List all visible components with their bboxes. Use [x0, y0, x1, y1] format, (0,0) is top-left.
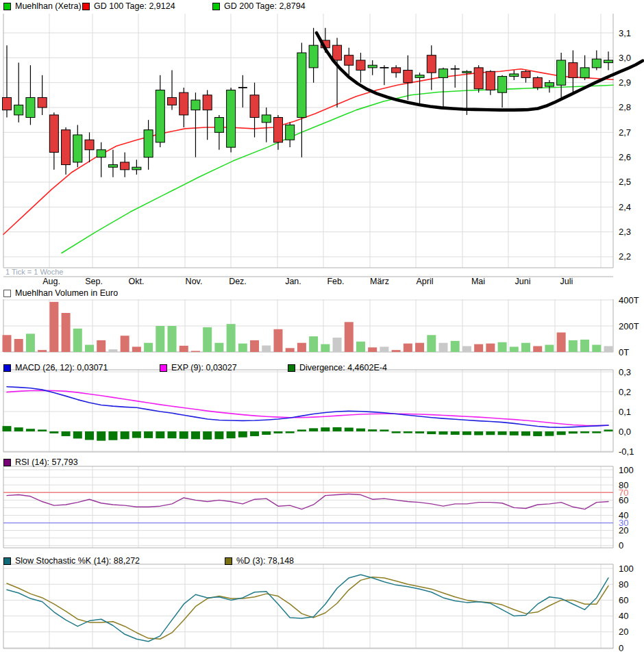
tick-label: 0,3: [619, 367, 631, 377]
tick-label: 400T: [619, 295, 639, 305]
tick-label: Juni: [515, 277, 531, 286]
stoch-lines: [7, 575, 608, 641]
tick-label: -0,1: [619, 446, 634, 457]
stoch-k-swatch-icon: [3, 557, 11, 565]
candles-group: [3, 28, 613, 177]
legend-divergence-label: Divergence: 4,4602E-4: [299, 363, 387, 373]
tick-label: Mai: [471, 277, 485, 286]
tick-label: Dez.: [229, 277, 247, 286]
stoch-axis-labels: 100806040200: [619, 564, 634, 653]
tick-label: 2,7: [619, 127, 631, 138]
tick-label: Okt.: [129, 277, 145, 286]
tick-label: 2,4: [619, 202, 631, 212]
legend-macd: MACD (26, 12): 0,03071: [3, 363, 108, 373]
tick-label: Jan.: [285, 277, 301, 286]
legend-volume-label: Muehlhan Volumen in Euro: [15, 288, 118, 298]
tick-label: Nov.: [186, 277, 203, 286]
volume-swatch-icon: [3, 290, 11, 297]
tick-label: 0,1: [619, 407, 631, 417]
tick-label: 0,0: [619, 427, 631, 437]
tick-label: 3,0: [619, 53, 631, 63]
tick-label: 0: [619, 540, 623, 551]
legend-gd200-label: GD 200 Tage: 2,8794: [224, 1, 306, 11]
legend-gd100: GD 100 Tage: 2,9124: [82, 1, 175, 11]
tick-label: 3,1: [619, 28, 631, 38]
tick-label: 20: [619, 525, 628, 535]
macd-axis-labels: 0,30,20,10,0-0,1: [619, 367, 634, 457]
exp-swatch-icon: [160, 364, 167, 372]
tick-label: 1 Tick = 1 Woche: [5, 268, 63, 276]
rsi-swatch-icon: [3, 459, 11, 466]
legend-divergence: Divergence: 4,4602E-4: [288, 363, 387, 373]
stock-chart-page: { "colors": { "candle_up": "#3ecf3e", "c…: [0, 0, 644, 656]
macd-swatch-icon: [3, 364, 11, 372]
price-ma-lines: [3, 69, 613, 253]
stoch-grid: [3, 564, 613, 648]
rsi-axis-labels: 1008070604030200: [619, 465, 634, 551]
legend-gd200: GD 200 Tage: 2,8794: [212, 1, 306, 11]
tick-label: Aug.: [42, 277, 60, 286]
tick-label: 200T: [619, 321, 639, 331]
volume-axis-labels: 400T200T0T: [619, 295, 639, 357]
tick-label: März: [370, 277, 389, 286]
legend-stoch-k-label: Slow Stochastic %K (14): 88,272: [15, 556, 140, 566]
tick-label: 40: [619, 611, 628, 621]
legend-exp-label: EXP (9): 0,03027: [171, 363, 237, 373]
legend-main-series: Muehlhan (Xetra): [3, 1, 82, 11]
tick-label: Juli: [560, 277, 573, 286]
tick-label: 100: [619, 564, 634, 574]
macd-histogram: [3, 426, 613, 440]
tick-label: 2,6: [619, 152, 631, 162]
volume-bars: [3, 302, 613, 352]
legend-exp: EXP (9): 0,03027: [160, 363, 237, 373]
tick-label: 2,3: [619, 227, 631, 237]
gd200-swatch-icon: [212, 3, 220, 10]
legend-stoch-d-label: %D (3): 78,148: [236, 556, 294, 566]
tick-label: 0: [619, 643, 623, 653]
series-swatch-icon: [3, 3, 11, 10]
rsi-line: [7, 494, 608, 509]
legend-macd-label: MACD (26, 12): 0,03071: [15, 363, 108, 373]
tick-label: 80: [619, 579, 628, 590]
stoch-d-swatch-icon: [225, 557, 232, 565]
tick-label: 100: [619, 465, 634, 475]
tick-label: 2,5: [619, 177, 631, 187]
tick-label: 60: [619, 595, 628, 605]
legend-rsi-label: RSI (14): 57,793: [15, 457, 78, 467]
legend-stoch-k: Slow Stochastic %K (14): 88,272: [3, 556, 140, 566]
tick-label: 2,8: [619, 102, 631, 112]
legend-stoch-d: %D (3): 78,148: [225, 556, 294, 566]
tick-label: 0T: [619, 347, 629, 357]
divergence-swatch-icon: [288, 364, 295, 372]
tick-label: 2,2: [619, 251, 631, 262]
tick-label: Sep.: [85, 277, 103, 286]
legend-main-series-label: Muehlhan (Xetra): [15, 1, 82, 11]
price-grid: [3, 14, 613, 277]
macd-grid: [3, 370, 613, 452]
tick-label: 20: [619, 627, 628, 637]
tick-label: April: [416, 277, 433, 286]
tick-label: 60: [619, 495, 628, 505]
legend-gd100-label: GD 100 Tage: 2,9124: [94, 1, 175, 11]
tick-label: 0,2: [619, 387, 631, 397]
macd-lines: [7, 387, 608, 427]
gd100-swatch-icon: [82, 3, 90, 10]
tick-label: Feb.: [327, 277, 344, 286]
legend-volume: Muehlhan Volumen in Euro: [3, 288, 118, 298]
legend-rsi: RSI (14): 57,793: [3, 457, 78, 467]
tick-label: 2,9: [619, 77, 631, 88]
